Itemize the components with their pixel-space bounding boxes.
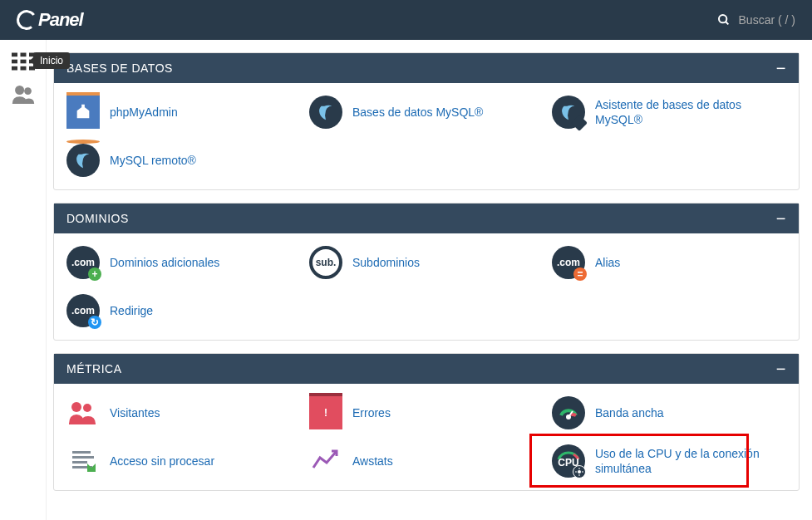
label-visitors: Visitantes — [110, 405, 160, 420]
panel-header-databases[interactable]: BASES DE DATOS − — [54, 53, 799, 83]
gear-badge-icon — [573, 465, 586, 478]
svg-rect-8 — [12, 66, 17, 71]
svg-rect-19 — [72, 461, 87, 464]
svg-rect-17 — [72, 451, 91, 454]
mysql-icon — [309, 96, 342, 129]
svg-rect-9 — [20, 66, 26, 71]
item-mysql[interactable]: Bases de datos MySQL® — [309, 96, 544, 129]
errors-icon: ! — [309, 396, 342, 429]
label-awstats: Awstats — [352, 454, 393, 468]
svg-rect-5 — [12, 60, 17, 64]
item-awstats[interactable]: Awstats — [309, 444, 544, 478]
subdomains-icon: sub. — [309, 246, 342, 279]
label-mysql-remote: MySQL remoto® — [110, 153, 196, 168]
bandwidth-icon — [552, 396, 585, 429]
alias-icon: .com= — [552, 246, 585, 279]
collapse-icon: − — [776, 365, 786, 373]
item-subdomains[interactable]: sub. Subdominios — [309, 246, 544, 279]
svg-point-11 — [15, 86, 24, 95]
users-icon[interactable] — [12, 86, 35, 104]
item-errors[interactable]: ! Errores — [309, 396, 544, 429]
label-addon-domains: Dominios adicionales — [110, 255, 219, 270]
item-mysql-wizard[interactable]: Asistente de bases de datos MySQL® — [552, 96, 786, 129]
collapse-icon: − — [776, 214, 786, 223]
svg-point-12 — [24, 87, 32, 95]
panel-title-databases: BASES DE DATOS — [66, 61, 173, 75]
label-mysql: Bases de datos MySQL® — [352, 105, 483, 120]
panel-domains: DOMINIOS − .com+ Dominios adicionales su… — [53, 203, 800, 341]
item-cpu-usage[interactable]: CPU Uso de la CPU y de la conexión simul… — [552, 444, 786, 478]
label-raw-access: Acceso sin procesar — [110, 454, 214, 468]
phpmyadmin-icon — [66, 96, 100, 129]
panel-header-metrics[interactable]: MÉTRICA − — [54, 354, 799, 384]
label-cpu-usage: Uso de la CPU y de la conexión simultáne… — [595, 446, 786, 476]
mysql-wizard-icon — [552, 96, 585, 129]
panel-title-metrics: MÉTRICA — [66, 362, 122, 375]
svg-rect-2 — [12, 53, 17, 57]
label-redirect: Redirige — [110, 303, 153, 318]
svg-point-13 — [71, 402, 81, 412]
label-subdomains: Subdominios — [352, 255, 420, 270]
panel-title-domains: DOMINIOS — [66, 212, 129, 225]
arrow-badge-icon: ↻ — [88, 316, 101, 329]
search-placeholder: Buscar ( / ) — [739, 13, 795, 27]
tooltip-inicio: Inicio — [33, 52, 70, 69]
svg-point-0 — [719, 15, 726, 22]
svg-line-1 — [726, 22, 728, 24]
equals-badge-icon: = — [573, 267, 587, 281]
sidebar: Inicio — [0, 40, 47, 520]
mysql-remote-icon — [66, 144, 100, 177]
label-phpmyadmin: phpMyAdmin — [110, 105, 178, 120]
label-alias: Alias — [595, 255, 620, 270]
panel-header-domains[interactable]: DOMINIOS − — [54, 204, 799, 233]
search-area[interactable]: Buscar ( / ) — [717, 13, 795, 27]
svg-point-21 — [578, 470, 581, 473]
item-redirect[interactable]: .com↻ Redirige — [66, 294, 301, 327]
svg-rect-18 — [72, 456, 94, 459]
redirect-icon: .com↻ — [66, 294, 100, 327]
raw-access-icon — [66, 444, 100, 478]
item-visitors[interactable]: Visitantes — [66, 396, 301, 429]
visitors-icon — [66, 396, 100, 429]
item-mysql-remote[interactable]: MySQL remoto® — [66, 144, 301, 177]
svg-point-14 — [83, 404, 91, 412]
panel-databases: BASES DE DATOS − phpMyAdmin Bases de dat… — [53, 52, 800, 190]
awstats-icon — [309, 444, 342, 478]
item-alias[interactable]: .com= Alias — [552, 246, 786, 279]
item-addon-domains[interactable]: .com+ Dominios adicionales — [66, 246, 301, 279]
label-mysql-wizard: Asistente de bases de datos MySQL® — [595, 97, 786, 127]
item-bandwidth[interactable]: Banda ancha — [552, 396, 786, 429]
item-raw-access[interactable]: Acceso sin procesar — [66, 444, 301, 478]
label-errors: Errores — [352, 405, 391, 420]
cpu-usage-icon: CPU — [552, 444, 585, 478]
addon-domains-icon: .com+ — [66, 246, 100, 279]
main-content: BASES DE DATOS − phpMyAdmin Bases de dat… — [47, 40, 812, 520]
label-bandwidth: Banda ancha — [595, 405, 664, 420]
panel-metrics: MÉTRICA − Visitantes ! Errores Banda anc… — [53, 353, 800, 491]
item-phpmyadmin[interactable]: phpMyAdmin — [66, 96, 301, 129]
svg-rect-6 — [20, 60, 26, 64]
svg-rect-3 — [20, 53, 26, 57]
cpanel-logo[interactable]: Panel — [17, 9, 83, 31]
plus-badge-icon: + — [88, 267, 101, 281]
topbar: Panel Buscar ( / ) — [0, 0, 812, 40]
search-icon — [717, 13, 731, 27]
collapse-icon: − — [776, 64, 786, 72]
